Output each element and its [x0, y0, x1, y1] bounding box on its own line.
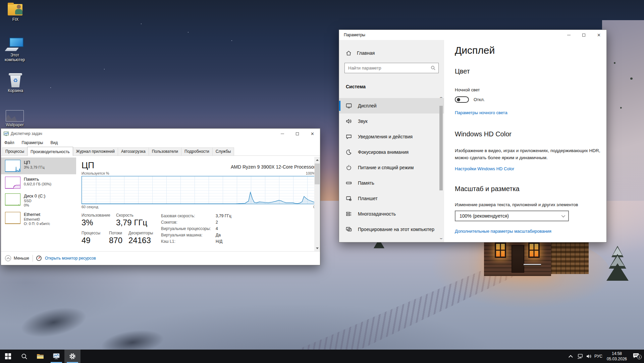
- window-title: Параметры: [344, 33, 365, 37]
- action-center-button[interactable]: 1: [631, 353, 643, 360]
- taskbar-settings[interactable]: [64, 350, 80, 363]
- hdr-settings-link[interactable]: Настройки Windows HD Color: [455, 166, 514, 171]
- desktop-icon-recycle-bin[interactable]: ♻ Корзина: [2, 73, 29, 93]
- sidebar-item-multitasking[interactable]: Многозадачность: [339, 206, 444, 222]
- scroll-down-icon[interactable]: ⌄: [606, 236, 607, 241]
- maximize-button[interactable]: [290, 129, 305, 139]
- scroll-down-icon[interactable]: ⌄: [437, 236, 445, 240]
- task-manager-icon: [53, 353, 60, 360]
- scale-dropdown[interactable]: 100% (рекомендуется): [455, 211, 569, 221]
- maximize-button[interactable]: [576, 30, 591, 40]
- network-icon[interactable]: [577, 354, 584, 359]
- taskbar-clock[interactable]: 14:58 05.03.2026: [605, 351, 629, 362]
- desktop-icon-fix[interactable]: FIX: [2, 3, 29, 22]
- task-manager-window: Диспетчер задач ✕ Файл Параметры Вид Про…: [1, 128, 320, 265]
- taskbar-task-manager[interactable]: [48, 350, 64, 363]
- sidebar-item-display[interactable]: Дисплей: [339, 98, 444, 114]
- tab-services[interactable]: Службы: [212, 147, 234, 155]
- sidebar-item-projecting[interactable]: Проецирование на этот компьютер: [339, 222, 444, 237]
- start-button[interactable]: [0, 350, 16, 363]
- minimize-button[interactable]: [561, 30, 576, 40]
- task-manager-scrollbar[interactable]: [314, 157, 320, 251]
- minimize-button[interactable]: [275, 129, 290, 139]
- desktop-icon-label: FIX: [12, 17, 19, 22]
- close-button[interactable]: ✕: [591, 30, 606, 40]
- taskbar-file-explorer[interactable]: [32, 350, 48, 363]
- disk-mini-graph: [5, 193, 20, 206]
- task-manager-footer: Меньше Открыть монитор ресурсов: [1, 251, 320, 265]
- sidebar-item-ethernet[interactable]: Ethernet Ethernet0 О: 0 П: 0 кбит/с: [1, 210, 76, 228]
- sidebar-item-home[interactable]: Главная: [339, 47, 444, 59]
- night-light-toggle[interactable]: [455, 96, 469, 103]
- scroll-up-icon[interactable]: ⌃: [437, 96, 445, 101]
- desktop-icon-this-pc[interactable]: Этот компьютер: [1, 38, 28, 62]
- scale-label: Изменение размера текста, приложений и д…: [455, 202, 607, 207]
- close-button[interactable]: ✕: [305, 129, 320, 139]
- sidebar-item-cpu[interactable]: ЦП 3% 3,79 ГГц: [1, 157, 76, 174]
- star: [50, 87, 51, 88]
- sidebar-item-memory[interactable]: Память 0,6/2,0 ГБ (30%): [1, 174, 76, 191]
- task-manager-titlebar[interactable]: Диспетчер задач ✕: [1, 129, 320, 139]
- tray-chevron-up-icon[interactable]: [569, 355, 573, 359]
- language-indicator[interactable]: РУС: [594, 354, 602, 359]
- sidebar-item-notifications[interactable]: Уведомления и действия: [339, 129, 444, 144]
- night-light-settings-link[interactable]: Параметры ночного света: [455, 110, 507, 115]
- storage-drive-icon: [346, 180, 352, 186]
- tab-processes[interactable]: Процессы: [2, 147, 28, 155]
- cpu-performance-panel: ЦП AMD Ryzen 9 3900X 12-Core Processor И…: [76, 157, 320, 251]
- tab-app-history[interactable]: Журнал приложений: [73, 147, 118, 155]
- settings-titlebar[interactable]: Параметры ✕: [339, 30, 606, 40]
- notification-bubble-icon: [346, 134, 352, 140]
- settings-search-box[interactable]: [344, 63, 439, 73]
- recycle-bin-icon: ♻: [9, 73, 22, 87]
- desktop-icon-wallpaper[interactable]: Wallpaper: [1, 110, 28, 127]
- taskbar-search-button[interactable]: [16, 350, 32, 363]
- tab-startup[interactable]: Автозагрузка: [118, 147, 149, 155]
- scrollbar-thumb[interactable]: [315, 164, 320, 184]
- axis-label-100: 100%: [306, 171, 315, 175]
- sidebar-scrollbar[interactable]: ⌃ ⌄: [439, 96, 443, 240]
- display-settings-page: Дисплей Цвет Ночной свет Откл. Параметры…: [444, 40, 607, 242]
- performance-sidebar: ЦП 3% 3,79 ГГц Память 0,6/2,0 ГБ (30%) Д…: [1, 157, 76, 251]
- tab-users[interactable]: Пользователи: [149, 147, 181, 155]
- scroll-down-icon[interactable]: [316, 247, 319, 251]
- search-icon: [431, 65, 436, 71]
- window-title: Диспетчер задач: [11, 131, 42, 136]
- wallpaper-mountain-right: [602, 20, 644, 215]
- chevron-up-circle-icon: [5, 255, 11, 261]
- tab-details[interactable]: Подробности: [181, 147, 213, 155]
- folder-user-icon: [8, 3, 23, 16]
- desktop-icon-label: Этот компьютер: [1, 53, 28, 62]
- sidebar-item-storage[interactable]: Память: [339, 175, 444, 191]
- scroll-up-icon[interactable]: [316, 158, 319, 161]
- scrollbar-thumb[interactable]: [439, 106, 443, 190]
- sidebar-item-power-sleep[interactable]: Питание и спящий режим: [339, 160, 444, 175]
- hdr-description: Изображение в видео, играх и приложениях…: [455, 147, 607, 162]
- sidebar-section-system: Система: [346, 84, 444, 89]
- cabin-window: [528, 242, 540, 258]
- moon-icon: [346, 149, 352, 155]
- task-manager-app-icon: [4, 132, 9, 136]
- scroll-up-icon[interactable]: ⌃: [606, 63, 607, 68]
- ethernet-mini-graph: [5, 212, 20, 224]
- hdr-section-heading: Windows HD Color: [455, 130, 607, 138]
- sidebar-item-sound[interactable]: Звук: [339, 114, 444, 129]
- tab-performance[interactable]: Производительность: [27, 147, 73, 156]
- star: [141, 24, 142, 24]
- sidebar-item-focus-assist[interactable]: Фокусировка внимания: [339, 144, 444, 160]
- menu-view[interactable]: Вид: [50, 140, 58, 145]
- sidebar-item-tablet[interactable]: Планшет: [339, 191, 444, 206]
- cabin-door: [512, 245, 524, 273]
- sidebar-item-disk[interactable]: Диск 0 (C:) SSD 0%: [1, 191, 76, 210]
- menu-file[interactable]: Файл: [4, 140, 14, 145]
- open-resource-monitor-link[interactable]: Открыть монитор ресурсов: [45, 256, 96, 261]
- wallpaper-woodpile: [551, 239, 589, 274]
- fewer-details-button[interactable]: Меньше: [5, 255, 29, 261]
- desktop-icon-label: Wallpaper: [6, 123, 24, 127]
- advanced-scaling-link[interactable]: Дополнительные параметры масштабирования: [455, 229, 551, 234]
- scale-section-heading: Масштаб и разметка: [455, 185, 607, 193]
- volume-icon[interactable]: [586, 354, 592, 359]
- cpu-panel-title: ЦП: [82, 160, 94, 171]
- search-input[interactable]: [348, 65, 431, 71]
- menu-options[interactable]: Параметры: [22, 140, 43, 145]
